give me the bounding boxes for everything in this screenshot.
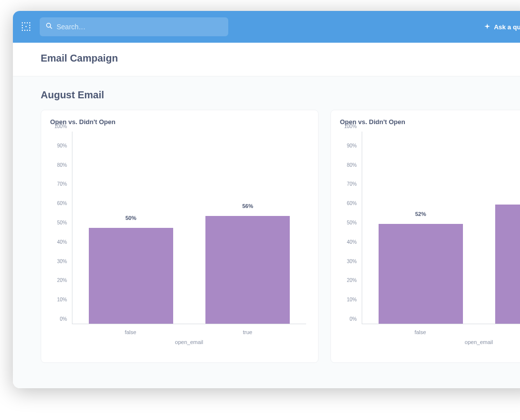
y-axis-labels: 0%10%20%30%40%50%60%70%80%90%100% xyxy=(340,132,360,324)
x-tick-label: false xyxy=(362,329,479,335)
y-tick-label: 0% xyxy=(337,316,357,322)
ask-question-label: Ask a questi xyxy=(494,23,520,31)
x-tick-label: true xyxy=(189,329,306,335)
y-tick-label: 80% xyxy=(47,162,67,167)
bar-value-label: 56% xyxy=(242,203,253,209)
bar-column: 56% xyxy=(190,132,307,324)
y-tick-label: 20% xyxy=(337,278,357,283)
x-axis-title: open_email xyxy=(362,339,520,345)
bars-container: 52%62% xyxy=(362,132,520,324)
section-title: August Email xyxy=(41,89,511,101)
x-axis-labels: falsetrue xyxy=(362,329,520,335)
svg-point-3 xyxy=(29,22,30,23)
svg-point-6 xyxy=(22,27,23,28)
chart-title: Open vs. Didn't Open xyxy=(50,118,309,126)
y-tick-label: 100% xyxy=(47,124,67,129)
chart-card[interactable]: Open vs. Didn't Open 0%10%20%30%40%50%60… xyxy=(330,110,520,363)
y-tick-label: 50% xyxy=(47,220,67,225)
bar-column: 62% xyxy=(479,132,520,324)
chart-card[interactable]: Open vs. Didn't Open 0%10%20%30%40%50%60… xyxy=(41,110,319,363)
svg-point-10 xyxy=(27,30,28,31)
svg-point-8 xyxy=(22,30,23,31)
y-tick-label: 80% xyxy=(337,162,357,167)
dashboard-content: August Email Open vs. Didn't Open 0%10%2… xyxy=(13,76,520,388)
bar[interactable] xyxy=(205,216,290,324)
bar-column: 50% xyxy=(72,132,190,324)
page-title: Email Campaign xyxy=(41,53,511,64)
bar-chart: 0%10%20%30%40%50%60%70%80%90%100% 52%62%… xyxy=(340,129,520,347)
search-box[interactable] xyxy=(40,17,228,36)
bar-value-label: 50% xyxy=(126,215,136,221)
y-tick-label: 70% xyxy=(47,181,67,187)
y-tick-label: 70% xyxy=(337,181,357,187)
y-tick-label: 10% xyxy=(337,297,357,302)
x-tick-label: false xyxy=(72,329,189,335)
chart-title: Open vs. Didn't Open xyxy=(340,118,520,126)
bar[interactable] xyxy=(379,224,463,324)
bar-value-label: 52% xyxy=(415,211,426,217)
bar-column: 52% xyxy=(362,132,479,324)
search-icon xyxy=(46,22,53,31)
y-tick-label: 30% xyxy=(47,258,67,264)
bar[interactable] xyxy=(89,228,173,324)
y-tick-label: 60% xyxy=(47,201,67,206)
y-tick-label: 30% xyxy=(337,258,357,264)
x-axis-title: open_email xyxy=(72,339,306,345)
y-tick-label: 40% xyxy=(337,239,357,244)
app-window: Ask a questi Email Campaign August Email… xyxy=(13,11,520,388)
svg-point-11 xyxy=(29,30,30,31)
svg-point-0 xyxy=(22,22,23,23)
ask-question-button[interactable]: Ask a questi xyxy=(484,23,520,31)
x-tick-label: true xyxy=(479,329,520,335)
svg-point-2 xyxy=(27,22,28,23)
svg-point-4 xyxy=(22,25,23,26)
y-tick-label: 20% xyxy=(47,278,67,283)
y-tick-label: 50% xyxy=(337,220,357,225)
search-input[interactable] xyxy=(57,23,222,31)
svg-line-14 xyxy=(50,27,52,29)
y-tick-label: 90% xyxy=(337,142,357,148)
y-axis-labels: 0%10%20%30%40%50%60%70%80%90%100% xyxy=(50,132,70,324)
bar[interactable] xyxy=(495,205,520,324)
y-tick-label: 90% xyxy=(47,142,67,148)
page-header: Email Campaign xyxy=(13,43,520,76)
plot-area: 52%62% xyxy=(362,132,520,324)
svg-point-5 xyxy=(29,25,30,26)
y-tick-label: 60% xyxy=(337,201,357,206)
sparkle-icon xyxy=(484,23,494,31)
svg-point-9 xyxy=(24,30,25,31)
y-tick-label: 0% xyxy=(47,316,67,322)
y-tick-label: 100% xyxy=(337,124,357,129)
x-axis-labels: falsetrue xyxy=(72,329,306,335)
svg-point-12 xyxy=(25,26,26,27)
y-tick-label: 10% xyxy=(47,297,67,302)
bars-container: 50%56% xyxy=(72,132,306,324)
card-row: Open vs. Didn't Open 0%10%20%30%40%50%60… xyxy=(41,110,511,363)
plot-area: 50%56% xyxy=(72,132,306,324)
top-bar: Ask a questi xyxy=(13,11,520,43)
app-logo-icon[interactable] xyxy=(20,20,33,33)
svg-point-7 xyxy=(29,27,30,28)
y-tick-label: 40% xyxy=(47,239,67,244)
svg-point-1 xyxy=(24,22,25,23)
bar-chart: 0%10%20%30%40%50%60%70%80%90%100% 50%56%… xyxy=(50,129,309,347)
